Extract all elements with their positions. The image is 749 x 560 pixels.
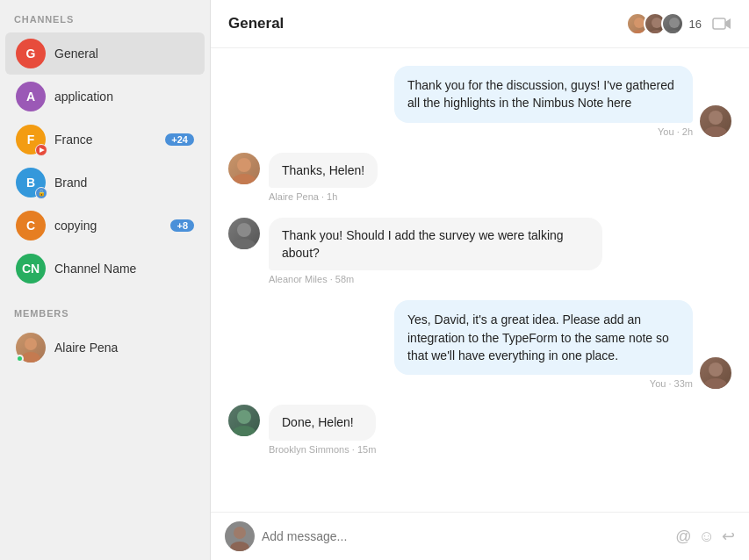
msg-meta-1: You · 2h — [658, 126, 693, 137]
channel-avatar-application: A — [16, 82, 46, 111]
channel-avatar-brand: B 🔒 — [16, 168, 46, 197]
svg-point-5 — [649, 30, 665, 35]
svg-point-11 — [237, 158, 251, 172]
svg-point-20 — [230, 542, 249, 551]
sidebar-item-france[interactable]: F ▶ France +24 — [5, 118, 205, 161]
svg-point-17 — [237, 410, 251, 424]
members-section-label: MEMBERS — [0, 308, 210, 326]
messages-area: Thank you for the discussion, guys! I've… — [211, 48, 749, 512]
member-count: 16 — [689, 18, 702, 31]
sidebar-item-application[interactable]: A application — [5, 75, 205, 118]
svg-point-7 — [666, 30, 682, 35]
main-chat: General — [211, 0, 749, 560]
member-list: Alaire Pena — [0, 327, 210, 369]
svg-point-3 — [631, 30, 647, 35]
member-name-alaire: Alaire Pena — [54, 341, 118, 355]
avatar-in-2 — [228, 153, 260, 184]
svg-point-13 — [237, 223, 251, 237]
member-item-alaire[interactable]: Alaire Pena — [5, 327, 205, 369]
svg-point-4 — [652, 18, 662, 28]
channel-avatar-copying: C — [16, 211, 46, 241]
message-input[interactable] — [262, 529, 668, 543]
svg-point-16 — [704, 378, 727, 389]
bubble-4: Yes, David, it's a great idea. Please ad… — [394, 300, 693, 375]
bubble-1: Thank you for the discussion, guys! I've… — [394, 66, 693, 123]
channel-list: G General A application F ▶ France +24 B… — [0, 32, 210, 291]
video-call-button[interactable] — [712, 17, 731, 31]
channel-avatar-general: G — [16, 39, 46, 68]
svg-point-10 — [704, 126, 727, 137]
emoji-icon[interactable]: ☺ — [699, 528, 715, 546]
svg-point-1 — [21, 352, 40, 363]
message-row-4: Yes, David, it's a great idea. Please ad… — [228, 300, 731, 389]
channel-avatar-channel-name: CN — [16, 254, 46, 284]
msg-meta-4: You · 33m — [650, 378, 693, 389]
video-badge-france: ▶ — [35, 144, 47, 156]
sidebar-item-copying[interactable]: C copying +8 — [5, 205, 205, 247]
sidebar-item-channel-name[interactable]: CN Channel Name — [5, 248, 205, 290]
svg-point-12 — [233, 174, 256, 184]
msg-content-2: Thanks, Helen! Alaire Pena · 1h — [269, 153, 378, 202]
channel-badge-copying: +8 — [170, 219, 194, 232]
lock-badge-brand: 🔒 — [35, 187, 47, 199]
avatar-out-4 — [700, 357, 731, 389]
bubble-2: Thanks, Helen! — [269, 153, 378, 188]
svg-point-19 — [234, 527, 246, 539]
header-avatar-3 — [661, 12, 684, 35]
avatar-in-5 — [228, 405, 260, 436]
svg-rect-8 — [713, 18, 725, 29]
message-row-5: Done, Helen! Brooklyn Simmons · 15m — [228, 405, 731, 454]
sidebar: CHANNELS G General A application F ▶ Fra… — [0, 0, 211, 560]
msg-meta-2: Alaire Pena · 1h — [269, 191, 378, 202]
send-icon[interactable]: ↩ — [722, 527, 735, 546]
channel-name-general: General — [54, 47, 194, 61]
online-dot-alaire — [16, 355, 24, 363]
channel-name-brand: Brand — [54, 176, 194, 190]
bubble-5: Done, Helen! — [269, 405, 376, 440]
avatar-in-3 — [228, 218, 260, 249]
avatar-stack: 16 — [626, 12, 702, 35]
msg-content-3: Thank you! Should I add the survey we we… — [269, 218, 602, 285]
message-row-2: Thanks, Helen! Alaire Pena · 1h — [228, 153, 731, 202]
svg-point-14 — [233, 239, 256, 249]
avatar-out-1 — [700, 105, 731, 137]
channel-name-france: France — [54, 133, 165, 147]
bubble-3: Thank you! Should I add the survey we we… — [269, 218, 602, 271]
channels-section-label: CHANNELS — [0, 14, 210, 32]
sidebar-item-general[interactable]: G General — [5, 32, 205, 75]
channel-badge-france: +24 — [165, 133, 194, 146]
sidebar-item-brand[interactable]: B 🔒 Brand — [5, 162, 205, 204]
svg-point-15 — [709, 363, 723, 377]
at-icon[interactable]: @ — [675, 528, 691, 546]
input-bar: @ ☺ ↩ — [211, 512, 749, 560]
msg-meta-3: Aleanor Miles · 58m — [269, 274, 602, 284]
member-avatar-wrap — [16, 333, 46, 363]
message-row-3: Thank you! Should I add the survey we we… — [228, 218, 731, 285]
svg-point-2 — [634, 18, 645, 28]
members-section: MEMBERS Alaire Pena — [0, 308, 210, 370]
channel-name-channel-name: Channel Name — [54, 262, 194, 276]
chat-header: General — [211, 0, 749, 48]
msg-meta-5: Brooklyn Simmons · 15m — [269, 444, 376, 455]
channel-avatar-france: F ▶ — [16, 125, 46, 154]
channel-name-application: application — [54, 90, 194, 104]
msg-content-5: Done, Helen! Brooklyn Simmons · 15m — [269, 405, 376, 454]
svg-point-0 — [25, 338, 37, 350]
channel-name-copying: copying — [54, 219, 170, 233]
svg-point-9 — [709, 111, 723, 125]
svg-point-6 — [669, 18, 680, 28]
chat-title: General — [228, 15, 284, 32]
message-row-1: Thank you for the discussion, guys! I've… — [228, 66, 731, 137]
svg-point-18 — [233, 426, 256, 436]
input-user-avatar — [225, 521, 255, 551]
header-right: 16 — [626, 12, 731, 35]
